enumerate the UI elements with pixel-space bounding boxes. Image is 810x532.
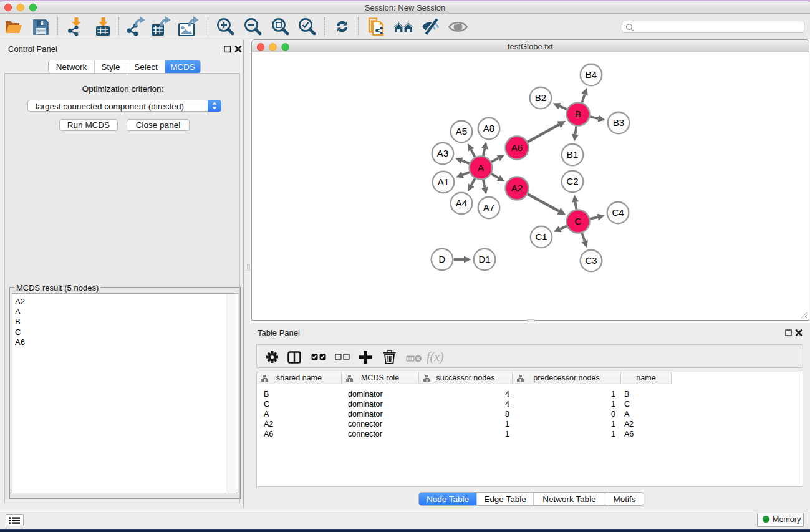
svg-text:A: A xyxy=(478,162,484,173)
svg-text:C4: C4 xyxy=(612,207,624,218)
svg-text:A7: A7 xyxy=(483,202,494,213)
svg-text:A3: A3 xyxy=(437,148,448,158)
svg-text:A2: A2 xyxy=(511,183,523,193)
svg-text:A1: A1 xyxy=(438,177,449,187)
svg-text:D1: D1 xyxy=(478,254,490,264)
svg-text:A6: A6 xyxy=(511,142,523,153)
svg-text:A8: A8 xyxy=(483,123,494,133)
svg-text:B2: B2 xyxy=(535,92,546,103)
svg-text:C2: C2 xyxy=(566,176,578,186)
svg-text:B3: B3 xyxy=(613,117,624,128)
svg-text:B: B xyxy=(575,109,581,119)
svg-text:B4: B4 xyxy=(586,69,597,80)
svg-text:C3: C3 xyxy=(585,255,597,266)
svg-text:B1: B1 xyxy=(567,149,578,160)
svg-text:A5: A5 xyxy=(456,126,467,137)
svg-text:A4: A4 xyxy=(456,198,467,208)
svg-text:C: C xyxy=(575,216,582,226)
svg-text:C1: C1 xyxy=(535,231,547,242)
svg-text:D: D xyxy=(439,254,446,264)
